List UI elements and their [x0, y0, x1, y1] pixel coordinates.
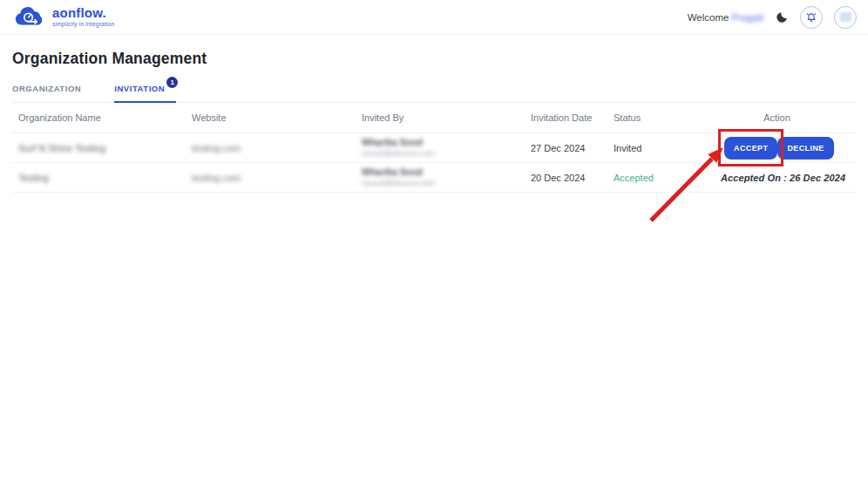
invited-by-cell: Wharika Sood nsood@devrev.com [356, 137, 525, 160]
aonflow-logo[interactable]: aonflow. simplicity in integration [10, 5, 114, 30]
welcome-label: Welcome [688, 12, 729, 23]
website-redacted: testing.com [186, 173, 356, 183]
bell-icon [805, 11, 817, 24]
tab-invitation-label: INVITATION [114, 84, 165, 93]
table-row: Testing testing.com Wharika Sood nsood@d… [12, 163, 856, 193]
website-redacted: testing.com [186, 143, 356, 153]
action-cell: Accepted On : 26 Dec 2024 [713, 173, 856, 183]
invited-by-name-redacted: Wharika Sood [362, 137, 525, 149]
column-header-status: Status [607, 112, 713, 123]
column-header-website: Website [186, 112, 356, 123]
action-cell: ACCEPT DECLINE [713, 137, 856, 160]
column-header-invitation-date: Invitation Date [525, 112, 607, 123]
table-row: Surf N Shine Testing testing.com Wharika… [12, 133, 856, 163]
column-header-organization-name: Organization Name [12, 112, 186, 123]
invitation-date: 20 Dec 2024 [525, 173, 607, 183]
accepted-on-text: Accepted On : 26 Dec 2024 [721, 173, 845, 183]
brand-name: aonflow. [52, 6, 114, 19]
invitation-count-badge: 1 [166, 77, 178, 88]
invitation-date: 27 Dec 2024 [525, 143, 607, 153]
avatar-initials-redacted [840, 12, 851, 22]
invited-by-name-redacted: Wharika Sood [362, 166, 525, 179]
notifications-button[interactable] [800, 6, 823, 29]
tab-organization[interactable]: ORGANIZATION [12, 79, 81, 102]
dark-mode-toggle[interactable] [775, 10, 789, 24]
org-name-redacted: Testing [12, 173, 186, 183]
column-header-action: Action [713, 112, 856, 123]
invited-by-email-redacted: nsood@devrev.com [362, 148, 525, 159]
invited-by-cell: Wharika Sood nsood@devrev.com [356, 166, 525, 189]
status-accepted: Accepted [607, 173, 713, 183]
status-invited: Invited [607, 143, 713, 153]
tab-organization-label: ORGANIZATION [12, 84, 81, 93]
accept-button[interactable]: ACCEPT [724, 137, 777, 160]
user-avatar[interactable] [834, 6, 857, 29]
moon-icon [775, 10, 789, 24]
page-title: Organization Management [12, 50, 856, 68]
table-header-row: Organization Name Website Invited By Inv… [12, 103, 856, 133]
decline-button[interactable]: DECLINE [777, 137, 833, 160]
tab-bar: ORGANIZATION INVITATION 1 [12, 79, 856, 103]
invited-by-email-redacted: nsood@devrev.com [362, 178, 525, 188]
user-name-redacted: Pragati [732, 12, 763, 23]
main-content: Organization Management ORGANIZATION INV… [0, 50, 868, 193]
tab-invitation[interactable]: INVITATION 1 [114, 79, 176, 103]
brand-tagline: simplicity in integration [52, 22, 114, 28]
cloud-logo-icon [10, 5, 47, 30]
top-bar: aonflow. simplicity in integration Welco… [0, 0, 868, 35]
column-header-invited-by: Invited By [356, 112, 525, 123]
welcome-text: Welcome Pragati [688, 12, 763, 23]
org-name-redacted: Surf N Shine Testing [12, 143, 186, 153]
